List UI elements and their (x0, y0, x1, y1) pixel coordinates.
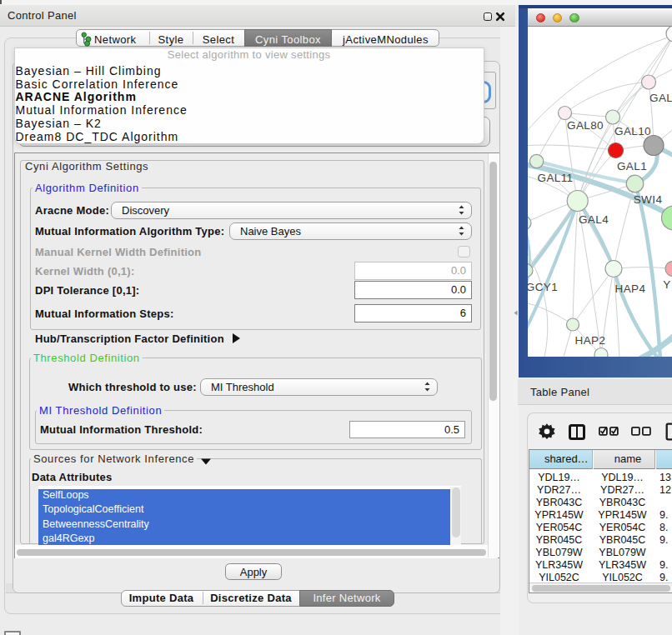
svg-text:HAP2: HAP2 (575, 334, 606, 347)
svg-text:GAL7: GAL7 (649, 92, 672, 104)
svg-text:Y: Y (663, 278, 670, 291)
svg-text:GCY1: GCY1 (528, 281, 558, 293)
svg-text:GAL10: GAL10 (614, 125, 651, 138)
svg-text:GAL1: GAL1 (617, 160, 647, 172)
svg-text:HAP4: HAP4 (615, 282, 646, 295)
svg-text:GAL4: GAL4 (579, 213, 609, 226)
svg-text:GAL80: GAL80 (567, 119, 604, 132)
svg-text:GAL11: GAL11 (537, 172, 573, 184)
svg-text:SWI4: SWI4 (634, 193, 663, 206)
